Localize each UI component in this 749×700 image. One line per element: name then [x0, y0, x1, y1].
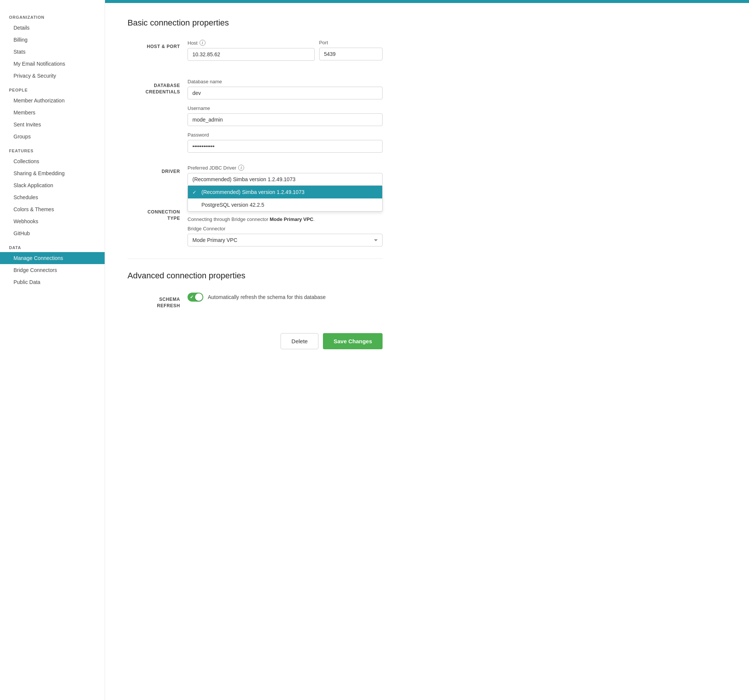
driver-content: Preferred JDBC Driver i ✓ (Recommended) …	[188, 165, 382, 193]
password-group: Password	[188, 132, 382, 153]
sidebar-section-features: FEATURES	[0, 142, 105, 155]
connector-period: .	[313, 217, 315, 222]
bridge-connector-select[interactable]: Mode Primary VPC	[188, 234, 382, 246]
schema-refresh-toggle-wrapper[interactable]: ✓	[188, 293, 203, 302]
host-field-group: Host i	[188, 40, 315, 61]
driver-option-postgresql[interactable]: PostgreSQL version 42.2.5	[188, 199, 382, 211]
section-divider	[127, 258, 382, 259]
sidebar-item-collections[interactable]: Collections	[0, 155, 105, 167]
sidebar-section-organization: ORGANIZATION	[0, 9, 105, 22]
username-group: Username	[188, 105, 382, 126]
sidebar-item-members[interactable]: Members	[0, 107, 105, 119]
db-credentials-row: DATABASECREDENTIALS Database name Userna…	[127, 79, 382, 153]
driver-input[interactable]	[188, 173, 382, 186]
connector-name: Mode Primary VPC	[270, 217, 313, 222]
sidebar-item-colors-themes[interactable]: Colors & Themes	[0, 203, 105, 216]
sidebar-item-my-email-notifications[interactable]: My Email Notifications	[0, 58, 105, 70]
db-name-group: Database name	[188, 79, 382, 99]
sidebar-item-sent-invites[interactable]: Sent Invites	[0, 119, 105, 131]
sidebar-item-privacy-security[interactable]: Privacy & Security	[0, 70, 105, 82]
driver-label: DRIVER	[127, 165, 188, 175]
host-port-row: HOST & PORT Host i Port	[127, 40, 382, 67]
connection-type-label: CONNECTIONTYPE	[127, 205, 188, 222]
driver-dropdown-wrapper: ✓ (Recommended) Simba version 1.2.49.107…	[188, 173, 382, 186]
host-label: Host i	[188, 40, 315, 46]
db-name-label: Database name	[188, 79, 382, 84]
host-input[interactable]	[188, 48, 315, 61]
sidebar-item-public-data[interactable]: Public Data	[0, 276, 105, 288]
password-label: Password	[188, 132, 382, 138]
host-info-icon[interactable]: i	[200, 40, 206, 46]
sidebar-item-billing[interactable]: Billing	[0, 34, 105, 46]
sidebar-item-sharing-embedding[interactable]: Sharing & Embedding	[0, 167, 105, 179]
sidebar-item-member-authorization[interactable]: Member Authorization	[0, 95, 105, 107]
sidebar-item-details[interactable]: Details	[0, 22, 105, 34]
sidebar-item-webhooks[interactable]: Webhooks	[0, 216, 105, 227]
connector-info: Connecting through Bridge connector Mode…	[188, 217, 382, 222]
sidebar-item-schedules[interactable]: Schedules	[0, 191, 105, 203]
jdbc-info-icon[interactable]: i	[238, 165, 244, 171]
sidebar-section-data: DATA	[0, 239, 105, 252]
schema-refresh-description: Automatically refresh the schema for thi…	[208, 294, 326, 300]
username-input[interactable]	[188, 113, 382, 126]
schema-refresh-content: ✓ Automatically refresh the schema for t…	[188, 293, 382, 302]
toggle-check-icon: ✓	[190, 295, 194, 300]
driver-option-simba-label: (Recommended) Simba version 1.2.49.1073	[202, 189, 304, 195]
connector-info-prefix: Connecting through Bridge connector	[188, 217, 268, 222]
schema-refresh-label: SCHEMAREFRESH	[127, 293, 188, 309]
host-port-content: Host i Port	[188, 40, 382, 67]
db-name-input[interactable]	[188, 87, 382, 99]
username-label: Username	[188, 105, 382, 111]
toggle-track[interactable]: ✓	[188, 293, 203, 302]
preferred-jdbc-label: Preferred JDBC Driver i	[188, 165, 382, 171]
basic-section-title: Basic connection properties	[127, 18, 382, 28]
checkmark-icon: ✓	[193, 190, 199, 195]
schema-refresh-row: SCHEMAREFRESH ✓ Automatically refresh th…	[127, 293, 382, 309]
bridge-connector-label: Bridge Connector	[188, 226, 382, 231]
sidebar-item-slack-application[interactable]: Slack Application	[0, 179, 105, 191]
driver-option-postgresql-label: PostgreSQL version 42.2.5	[202, 202, 264, 208]
port-label: Port	[319, 40, 382, 45]
footer-buttons: Delete Save Changes	[127, 324, 382, 355]
sidebar-item-stats[interactable]: Stats	[0, 46, 105, 58]
driver-option-simba[interactable]: ✓ (Recommended) Simba version 1.2.49.107…	[188, 186, 382, 199]
port-field-group: Port	[319, 40, 382, 67]
driver-row: DRIVER Preferred JDBC Driver i ✓ (Recomm…	[127, 165, 382, 193]
host-port-label: HOST & PORT	[127, 40, 188, 50]
toggle-row: ✓ Automatically refresh the schema for t…	[188, 293, 382, 302]
sidebar: ORGANIZATIONDetailsBillingStatsMy Email …	[0, 0, 105, 700]
sidebar-item-github[interactable]: GitHub	[0, 227, 105, 239]
sidebar-item-groups[interactable]: Groups	[0, 131, 105, 142]
sidebar-section-people: PEOPLE	[0, 82, 105, 95]
save-changes-button[interactable]: Save Changes	[323, 333, 382, 349]
sidebar-item-bridge-connectors[interactable]: Bridge Connectors	[0, 264, 105, 276]
driver-options-list: ✓ (Recommended) Simba version 1.2.49.107…	[188, 186, 382, 212]
advanced-section-title: Advanced connection properties	[127, 271, 382, 281]
db-credentials-label: DATABASECREDENTIALS	[127, 79, 188, 95]
sidebar-item-manage-connections[interactable]: Manage Connections	[0, 252, 105, 264]
db-credentials-content: Database name Username Password	[188, 79, 382, 153]
toggle-thumb	[195, 293, 203, 301]
top-bar	[105, 0, 749, 3]
delete-button[interactable]: Delete	[281, 333, 318, 349]
port-input[interactable]	[319, 47, 382, 60]
main-content: Basic connection properties HOST & PORT …	[105, 0, 749, 700]
password-input[interactable]	[188, 140, 382, 153]
